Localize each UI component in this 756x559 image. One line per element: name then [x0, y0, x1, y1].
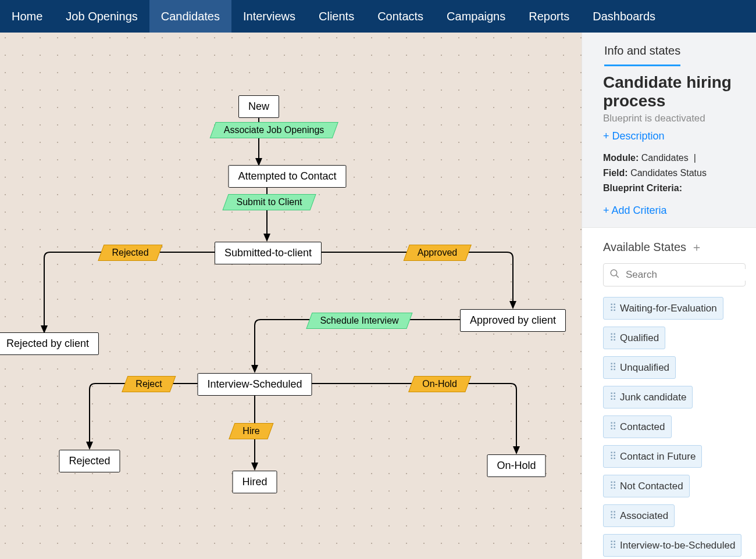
add-state-icon[interactable]: ＋ [691, 239, 702, 255]
module-value: Candidates [641, 153, 689, 163]
transition-reject[interactable]: Reject [122, 376, 176, 392]
transition-schedule-interview[interactable]: Schedule Interview [306, 313, 412, 329]
nav-clients[interactable]: Clients [307, 0, 366, 33]
nav-dashboards[interactable]: Dashboards [581, 0, 667, 33]
state-chip[interactable]: ⠿Contacted [603, 415, 672, 438]
svg-line-1 [616, 275, 619, 278]
transition-associate-job-openings[interactable]: Associate Job Openings [210, 122, 338, 138]
grip-icon: ⠿ [609, 361, 615, 374]
svg-point-0 [611, 270, 617, 276]
top-nav: Home Job Openings Candidates Interviews … [0, 0, 756, 33]
states-search[interactable] [603, 263, 746, 286]
state-chip[interactable]: ⠿Associated [603, 504, 675, 527]
nav-contacts[interactable]: Contacts [366, 0, 435, 33]
nav-campaigns[interactable]: Campaigns [435, 0, 517, 33]
state-chip[interactable]: ⠿Contact in Future [603, 445, 702, 468]
criteria-label: Blueprint Criteria: [603, 183, 682, 193]
grip-icon: ⠿ [609, 302, 615, 314]
search-icon [609, 268, 620, 281]
grip-icon: ⠿ [609, 480, 615, 492]
state-rejected-by-client[interactable]: Rejected by client [0, 332, 99, 355]
state-chip[interactable]: ⠿Unqualified [603, 356, 676, 379]
state-submitted-to-client[interactable]: Submitted-to-client [215, 242, 322, 264]
grip-icon: ⠿ [609, 391, 615, 403]
state-list: ⠿Waiting-for-Evaluation ⠿Qualified ⠿Unqu… [603, 297, 746, 557]
blueprint-canvas[interactable]: New Attempted to Contact Submitted-to-cl… [0, 33, 582, 559]
state-approved-by-client[interactable]: Approved by client [460, 309, 566, 332]
grip-icon: ⠿ [609, 539, 615, 551]
state-chip[interactable]: ⠿Junk candidate [603, 386, 693, 408]
field-value: Candidates Status [630, 168, 707, 178]
blueprint-title: Candidate hiring process [603, 73, 744, 110]
state-on-hold[interactable]: On-Hold [487, 454, 545, 477]
nav-job-openings[interactable]: Job Openings [54, 0, 149, 33]
sidebar: Info and states Candidate hiring process… [582, 33, 756, 559]
state-new[interactable]: New [238, 95, 279, 118]
state-hired[interactable]: Hired [232, 471, 277, 493]
grip-icon: ⠿ [609, 332, 615, 344]
field-label: Field: [603, 168, 628, 178]
grip-icon: ⠿ [609, 450, 615, 463]
blueprint-status: Blueprint is deactivated [603, 113, 744, 124]
nav-candidates[interactable]: Candidates [149, 0, 231, 33]
nav-interviews[interactable]: Interviews [231, 0, 307, 33]
state-rejected[interactable]: Rejected [59, 450, 120, 472]
states-search-input[interactable] [626, 269, 749, 281]
state-attempted-to-contact[interactable]: Attempted to Contact [228, 165, 346, 188]
transition-hire[interactable]: Hire [229, 423, 274, 439]
transition-on-hold[interactable]: On-Hold [408, 376, 471, 392]
nav-reports[interactable]: Reports [517, 0, 581, 33]
transition-rejected[interactable]: Rejected [98, 245, 162, 261]
add-criteria-link[interactable]: + Add Criteria [603, 205, 667, 217]
state-interview-scheduled[interactable]: Interview-Scheduled [197, 373, 312, 396]
transition-submit-to-client[interactable]: Submit to Client [222, 194, 316, 210]
grip-icon: ⠿ [609, 510, 615, 522]
state-chip[interactable]: ⠿Qualified [603, 327, 665, 349]
state-chip[interactable]: ⠿Interview-to-be-Scheduled [603, 534, 741, 557]
nav-home[interactable]: Home [0, 0, 54, 33]
transition-approved[interactable]: Approved [404, 245, 472, 261]
grip-icon: ⠿ [609, 421, 615, 433]
add-description-link[interactable]: + Description [603, 130, 665, 142]
state-chip[interactable]: ⠿Not Contacted [603, 475, 690, 497]
state-chip[interactable]: ⠿Waiting-for-Evaluation [603, 297, 723, 320]
available-states-heading: Available States [603, 241, 686, 254]
tab-info-and-states[interactable]: Info and states [604, 33, 680, 66]
module-label: Module: [603, 153, 639, 163]
